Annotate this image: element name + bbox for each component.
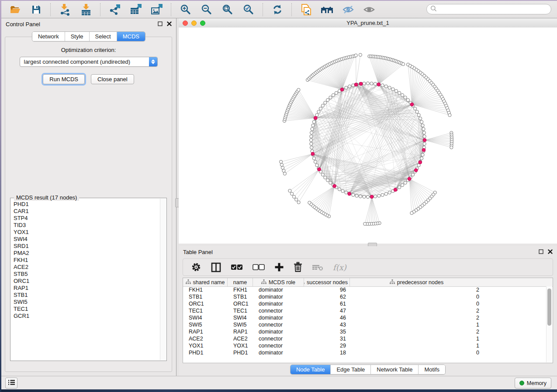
ring-node[interactable] bbox=[329, 96, 332, 99]
ring-node[interactable] bbox=[315, 164, 318, 167]
mcds-node[interactable] bbox=[410, 103, 414, 106]
add-row-button[interactable] bbox=[274, 261, 284, 273]
leaf-node[interactable] bbox=[281, 166, 284, 169]
ring-node[interactable] bbox=[422, 127, 425, 131]
ring-node[interactable] bbox=[329, 181, 332, 184]
mcds-node[interactable] bbox=[422, 148, 426, 152]
select-all-button[interactable] bbox=[231, 261, 243, 273]
save-session-button[interactable] bbox=[29, 3, 44, 16]
leaf-node[interactable] bbox=[363, 222, 367, 225]
mcds-result-item[interactable]: PMA2 bbox=[14, 250, 160, 257]
deselect-all-button[interactable] bbox=[253, 261, 265, 273]
ring-node[interactable] bbox=[412, 173, 415, 176]
ring-node[interactable] bbox=[377, 194, 381, 197]
import-network-button[interactable] bbox=[58, 3, 73, 16]
leaf-node[interactable] bbox=[280, 163, 283, 166]
leaf-node[interactable] bbox=[288, 189, 291, 192]
show-all-button[interactable] bbox=[362, 3, 377, 16]
column-header-predecessor-nodes[interactable]: predecessor nodes bbox=[350, 278, 483, 286]
column-header-shared-name[interactable]: shared name bbox=[183, 278, 228, 286]
mcds-node[interactable] bbox=[354, 83, 358, 86]
table-row[interactable]: PHD1PHD1dominator180 bbox=[183, 349, 547, 356]
mcds-result-scrollbar[interactable] bbox=[160, 199, 166, 360]
close-panel-icon[interactable] bbox=[548, 249, 553, 255]
column-header-successor-nodes[interactable]: successor nodes bbox=[304, 278, 350, 286]
ring-node[interactable] bbox=[419, 117, 422, 120]
ring-node[interactable] bbox=[421, 124, 424, 127]
ring-node[interactable] bbox=[366, 195, 369, 198]
close-panel-button[interactable]: Close panel bbox=[91, 74, 134, 84]
leaf-node[interactable] bbox=[283, 172, 286, 175]
task-history-button[interactable] bbox=[5, 378, 17, 389]
ring-node[interactable] bbox=[363, 82, 366, 85]
ring-node[interactable] bbox=[423, 142, 426, 145]
mcds-node[interactable] bbox=[314, 116, 317, 120]
table-row[interactable]: ACE2ACE2connector311 bbox=[183, 335, 547, 342]
mcds-result-item[interactable]: ACE2 bbox=[14, 264, 160, 271]
ring-node[interactable] bbox=[398, 186, 401, 189]
ring-node[interactable] bbox=[388, 86, 391, 89]
network-graph[interactable] bbox=[179, 28, 557, 244]
float-panel-icon[interactable] bbox=[539, 249, 543, 255]
export-network-button[interactable] bbox=[107, 3, 122, 16]
mcds-node[interactable] bbox=[348, 192, 351, 196]
ring-node[interactable] bbox=[423, 135, 426, 138]
delete-row-button[interactable] bbox=[294, 261, 302, 273]
tab-style[interactable]: Style bbox=[65, 32, 90, 41]
close-panel-icon[interactable] bbox=[167, 21, 172, 28]
mcds-result-item[interactable]: TID3 bbox=[14, 222, 160, 229]
zoom-out-button[interactable] bbox=[199, 3, 214, 16]
mcds-result-item[interactable]: ORC1 bbox=[14, 278, 160, 285]
hide-selected-button[interactable] bbox=[341, 3, 356, 16]
ring-node[interactable] bbox=[415, 110, 419, 113]
leaf-node[interactable] bbox=[291, 192, 294, 195]
column-header-name[interactable]: name bbox=[228, 278, 253, 286]
ring-node[interactable] bbox=[421, 153, 424, 156]
ring-node[interactable] bbox=[311, 124, 315, 127]
ring-node[interactable] bbox=[394, 89, 398, 93]
table-scrollbar-thumb[interactable] bbox=[547, 289, 551, 326]
mcds-result-item[interactable]: FKH1 bbox=[14, 257, 160, 264]
ring-node[interactable] bbox=[310, 142, 313, 145]
ring-node[interactable] bbox=[363, 195, 366, 198]
ring-node[interactable] bbox=[324, 176, 327, 179]
ring-node[interactable] bbox=[310, 146, 313, 149]
ring-node[interactable] bbox=[321, 104, 324, 107]
ring-node[interactable] bbox=[388, 191, 391, 194]
ring-node[interactable] bbox=[355, 194, 358, 197]
mcds-node[interactable] bbox=[414, 168, 418, 172]
ring-node[interactable] bbox=[398, 91, 401, 94]
leaf-node[interactable] bbox=[295, 198, 298, 201]
ring-node[interactable] bbox=[332, 93, 335, 96]
ring-node[interactable] bbox=[401, 93, 404, 96]
mcds-result-item[interactable]: STB5 bbox=[14, 271, 160, 278]
leaf-node[interactable] bbox=[402, 62, 405, 65]
ring-node[interactable] bbox=[384, 193, 387, 196]
ring-node[interactable] bbox=[312, 120, 315, 124]
leaf-node[interactable] bbox=[280, 160, 283, 163]
ring-node[interactable] bbox=[309, 138, 312, 141]
ring-node[interactable] bbox=[381, 193, 384, 196]
criterion-select[interactable]: largest connected component (undirected) bbox=[20, 57, 158, 67]
float-panel-icon[interactable] bbox=[158, 21, 163, 28]
tab-network-table[interactable]: Network Table bbox=[371, 365, 419, 374]
mcds-node[interactable] bbox=[311, 152, 315, 156]
mcds-result-list[interactable]: PHD1CAR1STP4TID3YOX1SWI4SRD1PMA2FKH1ACE2… bbox=[11, 201, 160, 360]
mcds-node[interactable] bbox=[340, 88, 344, 91]
ring-node[interactable] bbox=[359, 195, 362, 198]
mcds-node[interactable] bbox=[423, 138, 426, 142]
ring-node[interactable] bbox=[326, 179, 329, 182]
mcds-result-item[interactable]: SWI5 bbox=[14, 299, 160, 306]
gear-button[interactable] bbox=[191, 261, 201, 273]
ring-node[interactable] bbox=[341, 189, 344, 193]
mcds-node[interactable] bbox=[377, 83, 381, 86]
mcds-result-item[interactable]: SRD1 bbox=[14, 243, 160, 250]
ring-node[interactable] bbox=[406, 99, 409, 102]
ring-node[interactable] bbox=[317, 110, 320, 113]
leaf-node[interactable] bbox=[354, 54, 357, 57]
leaf-node[interactable] bbox=[410, 212, 413, 215]
search-input[interactable] bbox=[439, 6, 551, 13]
table-row[interactable]: RAP1RAP1dominator352 bbox=[183, 328, 547, 335]
ring-node[interactable] bbox=[401, 184, 404, 187]
ring-node[interactable] bbox=[404, 181, 407, 184]
